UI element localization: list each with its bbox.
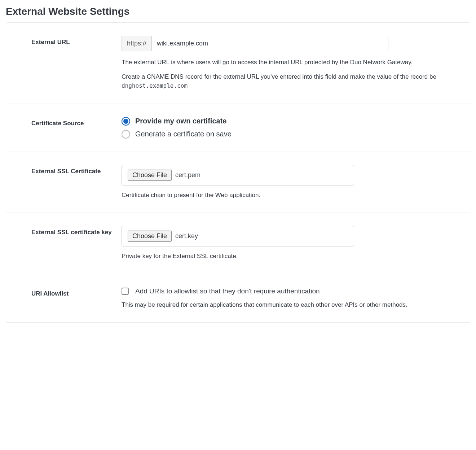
help-external-url-1: The external URL is where users will go …	[122, 58, 458, 67]
content-external-url: https:// The external URL is where users…	[122, 36, 458, 91]
radio-circle-icon	[122, 130, 130, 139]
help-external-url-2: Create a CNAME DNS record for the extern…	[122, 72, 458, 91]
label-external-url: External URL	[31, 36, 122, 91]
checkbox-allowlist[interactable]	[122, 288, 129, 295]
page-title: External Website Settings	[6, 6, 470, 17]
help-ssl-cert: Certificate chain to present for the Web…	[122, 191, 458, 200]
content-certificate-source: Provide my own certificate Generate a ce…	[122, 117, 458, 139]
content-uri-allowlist: Add URIs to allowlist so that they don't…	[122, 287, 458, 310]
row-ssl-key: External SSL certificate key Choose File…	[6, 213, 470, 274]
radio-generate[interactable]: Generate a certificate on save	[122, 130, 458, 139]
radio-label-own: Provide my own certificate	[135, 117, 226, 125]
radio-provide-own[interactable]: Provide my own certificate	[122, 117, 458, 126]
checkbox-row-allowlist: Add URIs to allowlist so that they don't…	[122, 287, 458, 295]
file-name-cert: cert.pem	[175, 171, 200, 179]
row-ssl-cert: External SSL Certificate Choose File cer…	[6, 152, 470, 213]
external-url-input[interactable]	[151, 36, 388, 51]
label-certificate-source: Certificate Source	[31, 117, 122, 139]
row-certificate-source: Certificate Source Provide my own certif…	[6, 104, 470, 152]
file-input-ssl-key[interactable]: Choose File cert.key	[122, 226, 354, 246]
help-ssl-key: Private key for the External SSL certifi…	[122, 252, 458, 261]
url-prefix: https://	[122, 36, 151, 51]
file-input-ssl-cert[interactable]: Choose File cert.pem	[122, 165, 354, 185]
radio-label-generate: Generate a certificate on save	[135, 130, 232, 138]
help-uri-allowlist: This may be required for certain applica…	[122, 300, 458, 310]
label-ssl-cert: External SSL Certificate	[31, 165, 122, 200]
row-uri-allowlist: URI Allowlist Add URIs to allowlist so t…	[6, 274, 470, 323]
file-name-key: cert.key	[175, 232, 198, 240]
choose-file-key-button[interactable]: Choose File	[128, 231, 172, 242]
checkbox-label-allowlist: Add URIs to allowlist so that they don't…	[135, 287, 320, 295]
radio-dot-icon	[123, 119, 128, 124]
cname-value: dnghost.example.com	[122, 82, 188, 89]
help-external-url-2-pre: Create a CNAME DNS record for the extern…	[122, 73, 436, 80]
content-ssl-cert: Choose File cert.pem Certificate chain t…	[122, 165, 458, 200]
radio-group-cert-source: Provide my own certificate Generate a ce…	[122, 117, 458, 139]
choose-file-cert-button[interactable]: Choose File	[128, 170, 172, 181]
settings-container: External URL https:// The external URL i…	[6, 22, 470, 323]
label-ssl-key: External SSL certificate key	[31, 226, 122, 261]
label-uri-allowlist: URI Allowlist	[31, 287, 122, 310]
url-input-group: https://	[122, 36, 388, 51]
content-ssl-key: Choose File cert.key Private key for the…	[122, 226, 458, 261]
radio-circle-icon	[122, 117, 130, 126]
row-external-url: External URL https:// The external URL i…	[6, 23, 470, 104]
